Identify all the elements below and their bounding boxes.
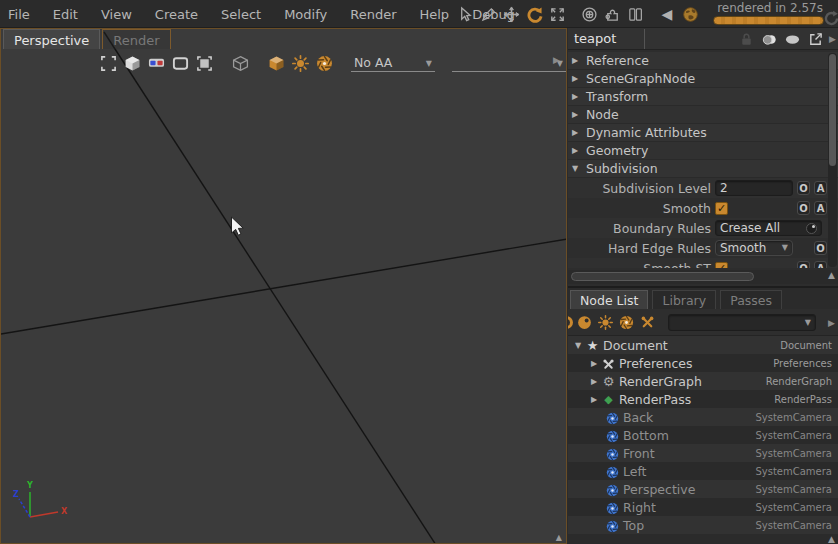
triangle-right-icon[interactable]: ▶ bbox=[588, 377, 600, 386]
aperture-icon[interactable] bbox=[315, 54, 334, 73]
menu-select[interactable]: Select bbox=[221, 7, 261, 22]
param-o-button[interactable]: O bbox=[797, 181, 810, 195]
lock-icon[interactable] bbox=[737, 30, 755, 48]
target-icon[interactable] bbox=[579, 4, 599, 24]
triangle-right-icon[interactable]: ▶ bbox=[588, 395, 600, 404]
node-row-renderpass[interactable]: ▶◆RenderPassRenderPass bbox=[568, 390, 838, 408]
tab-node-list[interactable]: Node List bbox=[570, 290, 648, 309]
menu-modify[interactable]: Modify bbox=[284, 7, 327, 22]
attribute-hscrollbar[interactable] bbox=[571, 272, 754, 281]
render-region-icon[interactable] bbox=[195, 54, 214, 73]
section-scenegraphnode[interactable]: ▶SceneGraphNode bbox=[568, 70, 838, 88]
menu-view[interactable]: View bbox=[101, 7, 132, 22]
move-tool-icon[interactable] bbox=[501, 4, 521, 24]
lit-cube-icon[interactable] bbox=[267, 54, 286, 73]
triangle-right-icon[interactable]: ▶ bbox=[568, 92, 582, 101]
menu-create[interactable]: Create bbox=[155, 7, 198, 22]
node-row-document[interactable]: ▼★DocumentDocument bbox=[568, 336, 838, 354]
scale-tool-icon[interactable] bbox=[547, 4, 567, 24]
section-reference[interactable]: ▶Reference bbox=[568, 52, 838, 70]
pen-tool-icon[interactable] bbox=[478, 4, 498, 24]
cursor-tool-icon[interactable] bbox=[455, 4, 475, 24]
camera-select[interactable]: ▼ bbox=[452, 54, 566, 72]
shaderball-icon[interactable] bbox=[575, 313, 594, 332]
film-gate-icon[interactable] bbox=[171, 54, 190, 73]
param-a-button[interactable]: A bbox=[814, 201, 827, 215]
filter-overflow-icon[interactable]: ▶ bbox=[828, 318, 835, 328]
aa-mode-select[interactable]: No AA ▼ bbox=[351, 54, 435, 72]
menu-render[interactable]: Render bbox=[350, 7, 396, 22]
splitter-up-icon[interactable]: ▲ bbox=[828, 534, 835, 544]
node-row-preferences[interactable]: ▶PreferencesPreferences bbox=[568, 354, 838, 372]
split-layout-icon[interactable] bbox=[625, 4, 645, 24]
node-row-rendergraph[interactable]: ▶⚙RenderGraphRenderGraph bbox=[568, 372, 838, 390]
menu-help[interactable]: Help bbox=[419, 7, 449, 22]
triangle-right-icon[interactable]: ▶ bbox=[568, 110, 582, 119]
layers-icon[interactable] bbox=[760, 30, 778, 48]
param-label: Hard Edge Rules bbox=[568, 241, 714, 256]
wireframe-cube-icon[interactable] bbox=[231, 54, 250, 73]
hard-edge-rules-dropdown[interactable]: Smooth▼ bbox=[715, 240, 793, 256]
section-geometry[interactable]: ▶Geometry bbox=[568, 142, 838, 160]
undo-icon[interactable] bbox=[524, 4, 544, 24]
param-o-button[interactable]: O bbox=[814, 241, 827, 255]
triangle-down-icon[interactable]: ▼ bbox=[568, 164, 582, 173]
ellipse-icon[interactable] bbox=[783, 30, 801, 48]
section-node[interactable]: ▶Node bbox=[568, 106, 838, 124]
panel-overflow-icon[interactable]: ▶ bbox=[829, 34, 836, 44]
light-filter-icon[interactable] bbox=[596, 313, 615, 332]
section-subdivision[interactable]: ▼Subdivision bbox=[568, 160, 838, 178]
node-name-input[interactable]: teapot bbox=[568, 29, 645, 49]
smooth-st-checkbox[interactable]: ✓ bbox=[715, 262, 728, 269]
node-row-top[interactable]: TopSystemCamera bbox=[568, 516, 838, 534]
node-filter-select[interactable]: ▼ bbox=[668, 314, 816, 331]
smooth-checkbox[interactable]: ✓ bbox=[715, 202, 728, 215]
param-o-button[interactable]: O bbox=[797, 261, 810, 268]
node-row-right[interactable]: RightSystemCamera bbox=[568, 498, 838, 516]
back-icon[interactable]: ◀ bbox=[657, 4, 677, 24]
triangle-right-icon[interactable]: ▶ bbox=[588, 359, 600, 368]
param-a-button[interactable]: A bbox=[814, 261, 827, 268]
dial-icon[interactable] bbox=[806, 223, 817, 234]
section-transform[interactable]: ▶Transform bbox=[568, 88, 838, 106]
viewport-3d[interactable]: Perspective Render bbox=[0, 28, 567, 544]
tab-render[interactable]: Render bbox=[102, 29, 170, 49]
stereo-glasses-icon[interactable] bbox=[147, 54, 166, 73]
tab-perspective[interactable]: Perspective bbox=[3, 29, 100, 49]
scrollbar-thumb[interactable] bbox=[829, 54, 836, 166]
tools-filter-icon[interactable] bbox=[638, 313, 657, 332]
triangle-right-icon[interactable]: ▶ bbox=[568, 128, 582, 137]
viewport-splitter-icon[interactable]: ▲ bbox=[556, 533, 562, 542]
camera-filter-icon[interactable] bbox=[617, 313, 636, 332]
toolbar-overflow-icon[interactable]: ▶ bbox=[553, 55, 560, 65]
subdivision-level-input[interactable]: 2 bbox=[715, 180, 793, 196]
node-type-label: SystemCamera bbox=[755, 466, 832, 477]
node-row-back[interactable]: BackSystemCamera bbox=[568, 408, 838, 426]
triangle-right-icon[interactable]: ▶ bbox=[568, 56, 582, 65]
chevron-down-icon: ▼ bbox=[426, 58, 432, 70]
shaded-cube-icon[interactable] bbox=[123, 54, 142, 73]
triangle-right-icon[interactable]: ▶ bbox=[568, 74, 582, 83]
triangle-down-icon[interactable]: ▼ bbox=[572, 341, 584, 350]
menu-file[interactable]: File bbox=[8, 7, 30, 22]
light-icon[interactable] bbox=[291, 54, 310, 73]
node-row-bottom[interactable]: BottomSystemCamera bbox=[568, 426, 838, 444]
triangle-right-icon[interactable]: ▶ bbox=[568, 146, 582, 155]
splitter-up-icon[interactable]: ▲ bbox=[828, 270, 835, 280]
refresh-icon[interactable] bbox=[822, 9, 838, 27]
tab-passes[interactable]: Passes bbox=[720, 290, 782, 309]
puzzle-icon[interactable] bbox=[602, 4, 622, 24]
node-row-left[interactable]: LeftSystemCamera bbox=[568, 462, 838, 480]
node-row-perspective[interactable]: PerspectiveSystemCamera bbox=[568, 480, 838, 498]
param-o-button[interactable]: O bbox=[797, 201, 810, 215]
frame-all-icon[interactable] bbox=[99, 54, 118, 73]
menu-edit[interactable]: Edit bbox=[53, 7, 78, 22]
attribute-vscrollbar[interactable] bbox=[828, 53, 837, 267]
section-dynamic-attributes[interactable]: ▶Dynamic Attributes bbox=[568, 124, 838, 142]
param-a-button[interactable]: A bbox=[814, 181, 827, 195]
tab-library[interactable]: Library bbox=[652, 290, 716, 309]
boundary-rules-combo[interactable]: Crease All bbox=[715, 220, 822, 236]
node-row-front[interactable]: FrontSystemCamera bbox=[568, 444, 838, 462]
world-icon[interactable] bbox=[680, 4, 700, 24]
popout-icon[interactable] bbox=[806, 30, 824, 48]
